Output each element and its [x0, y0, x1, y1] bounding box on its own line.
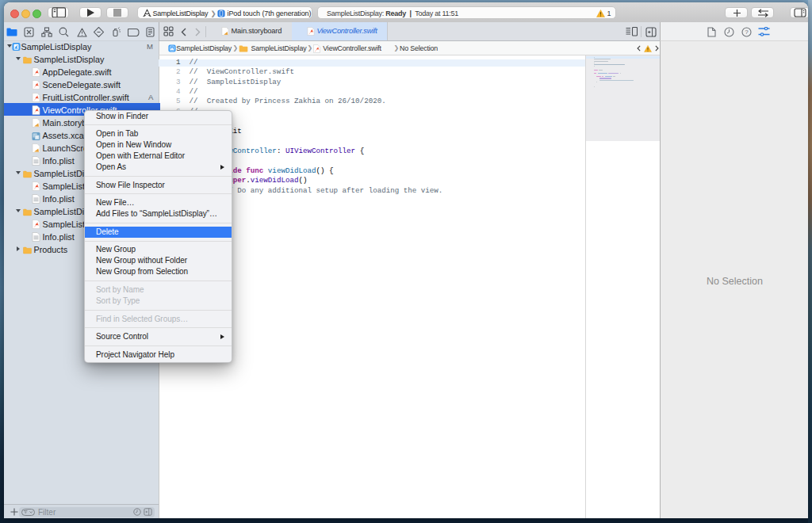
svg-text:?: ? — [745, 29, 749, 36]
